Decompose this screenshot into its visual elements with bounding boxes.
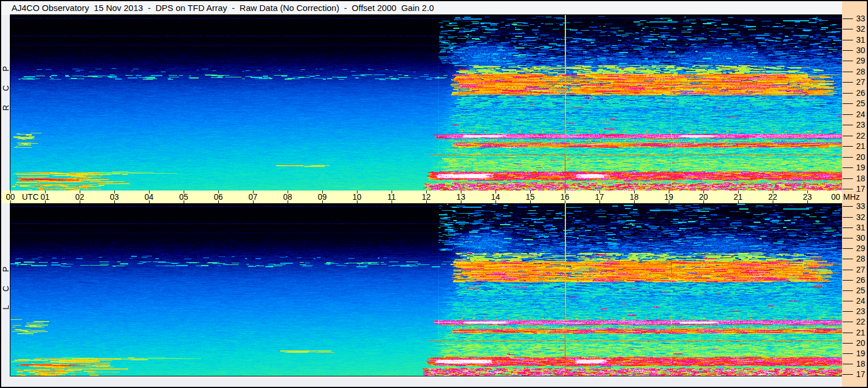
freq-tick: [843, 227, 853, 228]
freq-label-1-29: 29: [852, 244, 865, 253]
time-label-13: 13: [456, 192, 465, 202]
freq-label-1-19: 19: [852, 349, 865, 358]
time-label-0: 00: [6, 192, 15, 202]
spectrograph-window: AJ4CO Observatory 15 Nov 2013 - DPS on T…: [0, 0, 868, 388]
freq-tick: [843, 178, 853, 179]
freq-tick: [843, 61, 853, 61]
rcp-spectrogram-panel[interactable]: [10, 15, 842, 191]
freq-tick: [843, 238, 853, 238]
time-label-15: 15: [526, 192, 535, 202]
freq-tick: [843, 248, 853, 249]
time-label-16: 16: [560, 192, 569, 202]
freq-tick: [843, 82, 853, 83]
freq-tick: [843, 189, 853, 189]
time-axis-unit-label: UTC: [22, 192, 39, 202]
lcp-spectrogram-panel[interactable]: [10, 203, 842, 376]
freq-tick: [843, 374, 853, 375]
freq-tick: [843, 93, 853, 94]
freq-label-1-23: 23: [852, 307, 865, 316]
time-label-22: 22: [768, 192, 777, 202]
freq-tick: [843, 353, 853, 354]
time-label-18: 18: [629, 192, 639, 202]
freq-label-0-18: 18: [852, 174, 865, 183]
freq-label-1-31: 31: [852, 223, 865, 232]
time-label-1: 01: [40, 192, 50, 202]
time-label-17: 17: [595, 192, 604, 202]
freq-label-0-20: 20: [852, 152, 865, 162]
freq-tick: [843, 259, 853, 259]
freq-label-0-24: 24: [852, 110, 865, 119]
freq-tick: [843, 125, 853, 125]
freq-tick: [843, 40, 853, 40]
freq-tick: [843, 311, 853, 312]
freq-tick: [843, 280, 853, 281]
freq-label-0-33: 33: [852, 14, 865, 23]
time-label-24: 00: [831, 192, 840, 202]
freq-label-1-21: 21: [852, 328, 865, 337]
freq-label-0-21: 21: [852, 141, 865, 151]
time-label-10: 10: [352, 192, 362, 202]
title-text: AJ4CO Observatory 15 Nov 2013 - DPS on T…: [12, 3, 434, 13]
freq-tick: [843, 343, 853, 344]
freq-label-0-28: 28: [852, 67, 865, 76]
freq-label-1-18: 18: [852, 359, 865, 368]
freq-label-1-30: 30: [852, 233, 865, 242]
freq-tick: [843, 157, 853, 158]
freq-label-1-24: 24: [852, 296, 865, 305]
time-label-6: 06: [214, 192, 223, 202]
freq-label-0-29: 29: [852, 56, 865, 65]
freq-tick: [843, 167, 853, 168]
freq-axis-unit-label: MHz: [843, 192, 860, 202]
rcp-polarization-label: R C P: [1, 60, 10, 110]
lcp-polarization-label: L C P: [1, 261, 10, 310]
time-label-9: 09: [318, 192, 327, 202]
freq-tick: [843, 301, 853, 301]
freq-tick: [843, 322, 853, 322]
time-label-12: 12: [422, 192, 431, 202]
freq-tick: [843, 103, 853, 104]
time-label-4: 04: [144, 192, 154, 202]
freq-tick: [843, 136, 853, 136]
freq-tick: [843, 217, 853, 218]
freq-label-0-26: 26: [852, 88, 865, 98]
frequency-axis-margin: 3332313029282726252423222120191817333231…: [842, 1, 867, 387]
time-label-3: 03: [110, 192, 119, 202]
time-label-5: 05: [179, 192, 188, 202]
freq-label-0-19: 19: [852, 163, 865, 172]
title-bar: AJ4CO Observatory 15 Nov 2013 - DPS on T…: [1, 1, 842, 15]
freq-label-0-25: 25: [852, 99, 865, 108]
freq-label-0-32: 32: [852, 24, 865, 33]
freq-label-1-26: 26: [852, 275, 865, 285]
freq-tick: [843, 50, 853, 51]
window-inner: AJ4CO Observatory 15 Nov 2013 - DPS on T…: [1, 1, 867, 387]
freq-label-1-20: 20: [852, 338, 865, 348]
freq-tick: [843, 72, 853, 72]
freq-label-0-31: 31: [852, 35, 865, 44]
freq-tick: [843, 333, 853, 333]
time-label-21: 21: [733, 192, 743, 202]
freq-label-1-32: 32: [852, 212, 865, 222]
freq-label-0-23: 23: [852, 120, 865, 129]
freq-label-1-33: 33: [852, 202, 865, 211]
freq-tick: [843, 29, 853, 29]
freq-label-0-30: 30: [852, 46, 865, 55]
freq-tick: [843, 114, 853, 115]
freq-tick: [843, 206, 853, 207]
freq-label-1-17: 17: [852, 370, 865, 379]
time-label-20: 20: [699, 192, 708, 202]
freq-label-1-25: 25: [852, 286, 865, 295]
time-axis: 0001020304050607080910111213141516171819…: [1, 191, 842, 203]
freq-label-0-22: 22: [852, 131, 865, 140]
freq-label-1-28: 28: [852, 254, 865, 263]
freq-tick: [843, 290, 853, 291]
freq-label-1-22: 22: [852, 317, 865, 326]
freq-label-0-27: 27: [852, 77, 865, 87]
freq-tick: [843, 364, 853, 364]
time-label-11: 11: [388, 192, 396, 202]
time-label-2: 02: [75, 192, 84, 202]
time-label-23: 23: [803, 192, 812, 202]
freq-tick: [843, 18, 853, 19]
freq-tick: [843, 270, 853, 270]
freq-tick: [843, 146, 853, 147]
time-label-8: 08: [283, 192, 292, 202]
